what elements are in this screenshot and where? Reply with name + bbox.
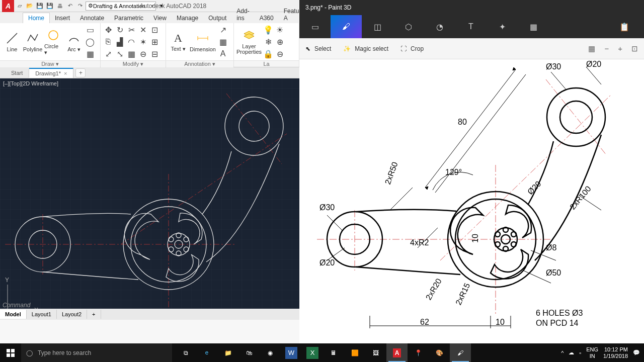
tab-layout1[interactable]: Layout1 — [27, 310, 57, 319]
view3d-icon[interactable]: ⊡ — [631, 44, 638, 53]
rect-icon[interactable]: ▭ — [85, 24, 96, 35]
paint3d-taskbar-icon[interactable]: 🖌 — [450, 343, 471, 362]
drawing-viewport[interactable]: [–][Top][2D Wireframe] — [0, 78, 299, 320]
tab-layout2[interactable]: Layout2 — [57, 310, 87, 319]
tab-parametric[interactable]: Parametric — [109, 13, 148, 23]
layer-icon-6[interactable]: ⊖ — [274, 48, 285, 59]
tab-annotate[interactable]: Annotate — [75, 13, 109, 23]
undo-icon[interactable]: ↶ — [65, 2, 74, 11]
saveas-icon[interactable]: 💾 — [45, 2, 54, 11]
line-button[interactable]: Line — [2, 30, 22, 53]
copy-icon[interactable]: ⎘ — [103, 36, 114, 47]
close-icon[interactable]: × — [64, 70, 67, 76]
new-icon[interactable]: ▱ — [15, 2, 24, 11]
table-icon[interactable]: ▦ — [217, 36, 228, 47]
start-button[interactable] — [0, 343, 21, 362]
open-icon[interactable]: 📂 — [25, 2, 34, 11]
circle-button[interactable]: Circle ▾ — [43, 27, 63, 57]
modify-icon-1[interactable]: ⊡ — [149, 24, 160, 35]
leader-icon[interactable]: ↗ — [217, 24, 228, 35]
offset-icon[interactable]: ⊖ — [137, 48, 148, 59]
erase-icon[interactable]: ✕ — [137, 24, 148, 35]
canvas-icon[interactable]: ▦ — [518, 15, 549, 38]
tab-addins[interactable]: Add-ins — [231, 6, 254, 23]
2dshapes-icon[interactable]: ◫ — [362, 15, 393, 38]
fillet-icon[interactable]: ◠ — [126, 36, 137, 47]
polyline-button[interactable]: Polyline — [23, 30, 43, 53]
add-tab-button[interactable]: + — [75, 68, 86, 77]
select-button[interactable]: ⬉Select — [305, 45, 331, 52]
hatch-icon[interactable]: ▦ — [85, 48, 96, 59]
doctab-drawing[interactable]: Drawing1*× — [29, 68, 73, 78]
store-icon[interactable]: 🛍 — [238, 343, 260, 362]
language-indicator[interactable]: ENGIN — [586, 346, 598, 358]
add-layout-button[interactable]: + — [87, 310, 101, 319]
word-icon[interactable]: W — [285, 347, 297, 359]
text-button[interactable]: AText ▾ — [168, 31, 188, 53]
explorer-icon[interactable]: 📁 — [217, 343, 238, 362]
layer-icon-1[interactable]: 💡 — [263, 24, 274, 35]
brushes-icon[interactable]: 🖌 — [331, 15, 362, 38]
excel-icon[interactable]: X — [306, 347, 318, 359]
zoom-in-icon[interactable]: + — [618, 44, 622, 53]
tab-a360[interactable]: A360 — [255, 13, 279, 23]
photos-icon[interactable]: 🖼 — [365, 343, 386, 362]
edge-icon[interactable]: ｅ — [196, 343, 217, 362]
stretch-icon[interactable]: ⤢ — [103, 48, 114, 59]
text-icon[interactable]: T — [455, 15, 487, 38]
app-icon-1[interactable]: 🟧 — [344, 343, 365, 362]
zoom-out-icon[interactable]: − — [604, 44, 609, 53]
move-icon[interactable]: ✥ — [103, 24, 114, 35]
3dshapes-icon[interactable]: ⬡ — [393, 15, 424, 38]
autocad-logo[interactable]: A — [2, 0, 14, 12]
gpu-icon[interactable]: ▫ — [579, 350, 581, 356]
mtext-icon[interactable]: A — [217, 48, 228, 59]
notifications-icon[interactable]: 💬 — [633, 349, 640, 356]
tab-output[interactable]: Output — [203, 13, 231, 23]
tab-model[interactable]: Model — [0, 310, 27, 319]
redo-icon[interactable]: ↷ — [75, 2, 85, 11]
magic-select-button[interactable]: ✨Magic select — [343, 45, 388, 52]
search-box[interactable]: ◯ Type here to search — [21, 343, 172, 362]
taskview-icon[interactable]: ⧉ — [175, 343, 196, 362]
scale-icon[interactable]: ⤡ — [114, 48, 125, 59]
chrome-icon[interactable]: ◉ — [260, 343, 281, 362]
layer-icon-3[interactable]: 🔒 — [263, 48, 274, 59]
tab-home[interactable]: Home — [23, 13, 50, 23]
plot-icon[interactable]: 🖶 — [55, 2, 64, 11]
ellipse-icon[interactable]: ◯ — [85, 36, 96, 47]
maps-icon[interactable]: 📍 — [408, 343, 429, 362]
autocad-taskbar-icon[interactable]: A — [386, 343, 408, 362]
trim-icon[interactable]: ✂ — [126, 24, 137, 35]
tray-chevron-icon[interactable]: ^ — [561, 350, 564, 356]
layer-props-button[interactable]: Layer Properties — [236, 28, 262, 56]
save-icon[interactable]: 💾 — [35, 2, 44, 11]
app-icon-2[interactable]: 🎨 — [429, 343, 450, 362]
calc-icon[interactable]: 🖩 — [323, 343, 344, 362]
modify-icon-3[interactable]: ⊟ — [149, 48, 160, 59]
layer-icon-5[interactable]: ⊕ — [274, 36, 285, 47]
mirror-icon[interactable]: ▟ — [114, 36, 125, 47]
doctab-start[interactable]: Start — [5, 68, 29, 77]
dimension-button[interactable]: Dimension — [189, 30, 217, 53]
arc-button[interactable]: Arc ▾ — [64, 30, 84, 54]
clock[interactable]: 10:12 PM1/19/2018 — [603, 346, 628, 359]
menu-icon[interactable]: ▭ — [299, 15, 331, 38]
layer-icon-2[interactable]: ❄ — [263, 36, 274, 47]
tab-insert[interactable]: Insert — [50, 13, 75, 23]
paint3d-canvas[interactable]: Ø30 Ø20 80 129° 2xR50 Ø30 Ø20 4xR2 10 Ø2… — [299, 59, 644, 343]
array-icon[interactable]: ▦ — [126, 48, 137, 59]
onedrive-icon[interactable]: ☁ — [569, 349, 574, 356]
grid-view-icon[interactable]: ▦ — [588, 44, 595, 53]
paste-icon[interactable]: 📋 — [609, 15, 640, 38]
stickers-icon[interactable]: ◔ — [424, 15, 455, 38]
command-line[interactable]: Command — [3, 302, 30, 309]
layer-icon-4[interactable]: ☀ — [274, 24, 285, 35]
explode-icon[interactable]: ✶ — [137, 36, 148, 47]
tab-view[interactable]: View — [148, 13, 172, 23]
rotate-icon[interactable]: ↻ — [114, 24, 125, 35]
tab-manage[interactable]: Manage — [172, 13, 203, 23]
modify-icon-2[interactable]: ⊞ — [149, 36, 160, 47]
crop-button[interactable]: ⛶Crop — [400, 45, 424, 52]
effects-icon[interactable]: ✦ — [487, 15, 518, 38]
